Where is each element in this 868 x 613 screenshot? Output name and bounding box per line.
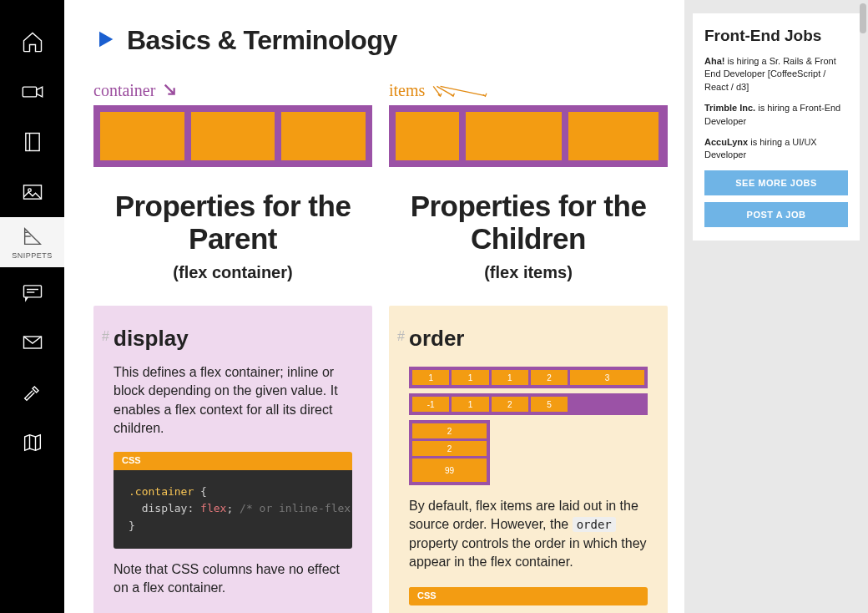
card-note: Note that CSS columns have no effect on … [114, 560, 352, 598]
sidebar-item-map[interactable] [0, 418, 64, 468]
sidebar-item-snippets[interactable]: SNIPPETS [0, 217, 64, 267]
aside: Front-End Jobs Aha! is hiring a Sr. Rail… [684, 0, 868, 613]
section-header: Basics & Terminology [93, 25, 668, 56]
column-heading: Properties for the Parent (flex containe… [93, 190, 372, 282]
hammer-icon [21, 381, 44, 404]
job-listing[interactable]: Aha! is hiring a Sr. Rails & Front End D… [704, 55, 848, 94]
items-diagram [389, 105, 668, 167]
chat-icon [21, 281, 44, 304]
sidebar-item-mail[interactable] [0, 317, 64, 367]
order-box: 2 [492, 397, 528, 412]
order-row: 1 1 1 2 3 [409, 367, 648, 388]
column-parent: container Properties for the Parent (fle… [93, 81, 372, 613]
column-children: items Properties for the Children (flex … [389, 81, 668, 613]
section-title: Basics & Terminology [127, 25, 397, 56]
arrows-icon [430, 82, 488, 100]
order-box: -1 [412, 397, 449, 412]
order-box-empty [570, 397, 644, 412]
diagram-item [281, 112, 366, 160]
sidebar: SNIPPETS [0, 0, 64, 613]
svg-rect-5 [23, 286, 41, 297]
column-heading: Properties for the Children (flex items) [389, 190, 668, 282]
book-icon [21, 130, 44, 154]
card-title: #display [114, 326, 352, 352]
diagram-item [191, 112, 275, 160]
snippets-icon [21, 225, 44, 248]
anchor-hash[interactable]: # [397, 329, 405, 344]
video-icon [21, 80, 44, 104]
order-box: 99 [412, 458, 487, 482]
map-icon [21, 431, 44, 454]
sidebar-item-book[interactable] [0, 117, 64, 167]
aside-heading: Front-End Jobs [704, 27, 848, 45]
job-listing[interactable]: Trimble Inc. is hiring a Front-End Devel… [704, 102, 848, 128]
jobs-card: Front-End Jobs Aha! is hiring a Sr. Rail… [693, 13, 860, 241]
card-display: #display This defines a flex container; … [93, 306, 372, 613]
code-content: .container { display: flex; /* or inline… [114, 470, 352, 549]
code-block: CSS [409, 587, 648, 605]
sidebar-item-hammer[interactable] [0, 367, 64, 418]
diagram-label-text: items [389, 81, 425, 100]
order-box: 1 [412, 370, 449, 385]
sidebar-item-gallery[interactable] [0, 167, 64, 217]
column-subtitle: (flex items) [389, 263, 668, 282]
code-lang-badge: CSS [114, 452, 149, 469]
order-box: 3 [570, 370, 644, 385]
sidebar-item-home[interactable] [0, 17, 64, 67]
order-row: -1 1 2 5 [409, 393, 648, 415]
diagram-item [396, 112, 459, 160]
main-content: Basics & Terminology container Propertie… [64, 0, 684, 613]
order-box: 5 [531, 397, 568, 412]
home-icon [21, 30, 44, 53]
gallery-icon [21, 180, 44, 204]
column-title: Properties for the Children [389, 190, 668, 255]
mail-icon [21, 331, 44, 354]
card-title: #order [409, 326, 648, 352]
column-title: Properties for the Parent [93, 190, 372, 255]
order-box: 1 [452, 397, 488, 412]
svg-point-4 [28, 189, 31, 192]
svg-rect-0 [23, 87, 36, 97]
card-order: #order 1 1 1 2 3 -1 1 2 [389, 306, 668, 613]
order-box: 1 [492, 370, 528, 385]
column-subtitle: (flex container) [93, 263, 372, 282]
sidebar-item-label: SNIPPETS [12, 251, 53, 260]
diagram-label-container: container [93, 81, 372, 100]
scrollbar-thumb[interactable] [860, 3, 866, 33]
order-box: 1 [452, 370, 488, 385]
container-diagram [93, 105, 372, 167]
order-box: 2 [531, 370, 568, 385]
anchor-hash[interactable]: # [102, 329, 109, 344]
code-block: CSS .container { display: flex; /* or in… [114, 452, 352, 549]
order-box: 2 [412, 423, 487, 438]
sidebar-item-video[interactable] [0, 67, 64, 117]
inline-code: order [573, 517, 616, 532]
order-box: 2 [412, 441, 487, 456]
post-a-job-button[interactable]: POST A JOB [704, 202, 848, 227]
order-diagram: 1 1 1 2 3 -1 1 2 5 [409, 367, 648, 485]
diagram-item [466, 112, 561, 160]
job-listing[interactable]: AccuLynx is hiring a UI/UX Developer [704, 136, 848, 162]
diagram-label-items: items [389, 81, 668, 100]
see-more-jobs-button[interactable]: SEE MORE JOBS [704, 170, 848, 195]
diagram-label-text: container [93, 81, 155, 100]
code-lang-badge: CSS [409, 587, 445, 604]
sidebar-item-chat[interactable] [0, 267, 64, 317]
diagram-item [100, 112, 184, 160]
order-row: 2 2 99 [409, 420, 490, 485]
card-desc: By default, flex items are laid out in t… [409, 497, 648, 572]
diagram-item [568, 112, 659, 160]
arrow-down-right-icon [160, 82, 182, 100]
play-icon[interactable] [93, 28, 117, 54]
card-intro: This defines a flex container; inline or… [114, 363, 352, 438]
svg-rect-1 [25, 134, 38, 151]
